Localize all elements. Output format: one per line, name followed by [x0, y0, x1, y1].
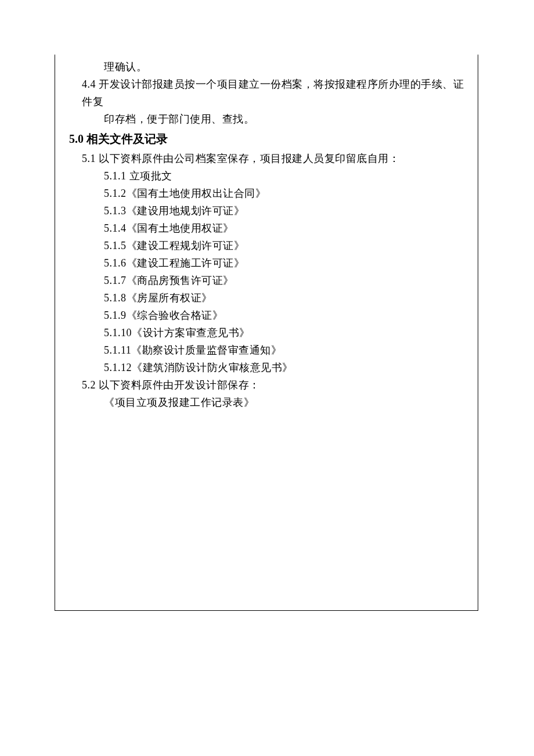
item-5-1-8: 5.1.8《房屋所有权证》	[69, 289, 467, 307]
item-5-1-11: 5.1.11《勘察设计质量监督审查通知》	[69, 341, 467, 359]
item-5-1-12: 5.1.12《建筑消防设计防火审核意见书》	[69, 359, 467, 376]
item-5-1: 5.1 以下资料原件由公司档案室保存，项目报建人员复印留底自用：	[69, 150, 467, 167]
item-5-1-5: 5.1.5《建设工程规划许可证》	[69, 237, 467, 254]
item-5-1-4: 5.1.4《国有土地使用权证》	[69, 219, 467, 237]
sec4-cont-line: 理确认。	[69, 58, 467, 75]
item-5-1-7: 5.1.7《商品房预售许可证》	[69, 272, 467, 289]
item-5-2-sub: 《项目立项及报建工作记录表》	[69, 394, 467, 411]
item-5-2: 5.2 以下资料原件由开发设计部保存：	[69, 376, 467, 394]
item-5-1-10: 5.1.10《设计方案审查意见书》	[69, 324, 467, 341]
page-frame: 理确认。 4.4 开发设计部报建员按一个项目建立一份档案，将按报建程序所办理的手…	[55, 55, 478, 611]
item-5-1-6: 5.1.6《建设工程施工许可证》	[69, 254, 467, 272]
heading-5-0: 5.0 相关文件及记录	[69, 129, 467, 149]
item-5-1-2: 5.1.2《国有土地使用权出让合同》	[69, 185, 467, 202]
item-4-4-line1: 4.4 开发设计部报建员按一个项目建立一份档案，将按报建程序所办理的手续、证件复	[69, 75, 467, 110]
item-5-1-1: 5.1.1 立项批文	[69, 167, 467, 185]
item-5-1-9: 5.1.9《综合验收合格证》	[69, 307, 467, 324]
item-4-4-line2: 印存档，便于部门使用、查找。	[69, 110, 467, 128]
item-5-1-3: 5.1.3《建设用地规划许可证》	[69, 202, 467, 219]
